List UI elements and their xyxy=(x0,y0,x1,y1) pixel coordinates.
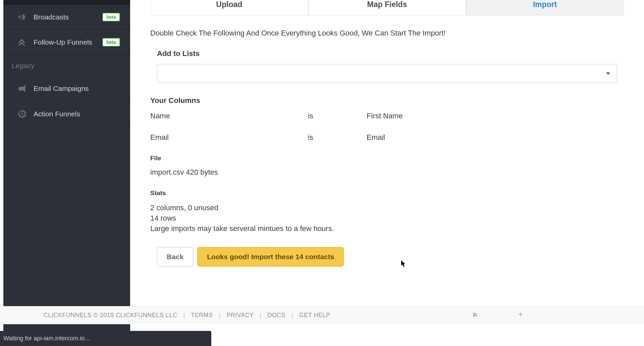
rss-icon[interactable] xyxy=(472,312,478,319)
sidebar: Broadcasts beta Follow-Up Funnels beta L… xyxy=(3,0,130,346)
footer-privacy-link[interactable]: PRIVACY xyxy=(226,312,254,319)
stats-note: Large imports may take serveral mintues … xyxy=(150,224,624,234)
sidebar-item-label: Action Funnels xyxy=(34,110,123,118)
footer-brand: CLICKFUNNELS © 2019 CLICKFUNNELS LLC xyxy=(44,312,177,319)
mapping-is: is xyxy=(308,112,367,120)
mapping-is: is xyxy=(308,133,367,142)
mapping-target: Email xyxy=(367,133,624,142)
mapping-source: Email xyxy=(150,133,308,142)
action-buttons: Back Looks good! Import these 14 contact… xyxy=(157,247,624,267)
import-button[interactable]: Looks good! Import these 14 contacts xyxy=(197,247,344,267)
footer-separator: | xyxy=(260,312,261,319)
main-content: Upload Map Fields Import Double Check Th… xyxy=(130,0,644,346)
sidebar-item-action-funnels[interactable]: Action Funnels xyxy=(3,102,130,127)
chevron-down-icon xyxy=(606,72,610,75)
footer-separator: | xyxy=(291,312,293,319)
footer-docs-link[interactable]: DOCS xyxy=(267,312,285,319)
footer-separator: | xyxy=(183,312,185,319)
beta-badge: beta xyxy=(102,38,120,47)
file-heading: File xyxy=(150,155,624,162)
double-chevron-up-icon xyxy=(10,37,34,47)
browser-status-bar: Waiting for api-iam.intercom.io... xyxy=(0,331,211,346)
stats-rows: 14 rows xyxy=(150,213,624,224)
your-columns-heading: Your Columns xyxy=(150,96,624,105)
sidebar-divider xyxy=(3,0,130,5)
bullhorn-icon xyxy=(10,83,34,94)
tab-map-fields[interactable]: Map Fields xyxy=(308,0,466,15)
sidebar-section-legacy: Legacy xyxy=(3,55,130,76)
stats-columns: 2 columns, 0 unused xyxy=(150,203,624,213)
footer-separator: | xyxy=(219,312,221,319)
column-mapping-row: Email is Email xyxy=(150,133,624,142)
footer-help-link[interactable]: GET HELP xyxy=(299,312,330,319)
column-mapping-row: Name is First Name xyxy=(150,112,624,120)
tab-upload[interactable]: Upload xyxy=(150,0,308,15)
import-tabs: Upload Map Fields Import xyxy=(150,0,624,15)
intro-text: Double Check The Following And Once Ever… xyxy=(150,29,624,38)
sidebar-item-label: Follow-Up Funnels xyxy=(34,38,102,46)
sidebar-item-email-campaigns[interactable]: Email Campaigns xyxy=(3,76,130,102)
mapping-source: Name xyxy=(150,112,308,120)
file-info: import.csv 420 bytes xyxy=(150,168,624,177)
beta-badge: beta xyxy=(102,13,120,21)
mapping-target: First Name xyxy=(367,112,624,120)
tab-import[interactable]: Import xyxy=(466,0,624,15)
megaphone-icon xyxy=(10,12,34,22)
back-button[interactable]: Back xyxy=(157,247,193,267)
add-to-lists-label: Add to Lists xyxy=(157,49,624,58)
sidebar-item-broadcasts[interactable]: Broadcasts beta xyxy=(3,5,130,30)
sidebar-item-label: Email Campaigns xyxy=(34,84,123,93)
sidebar-item-followup-funnels[interactable]: Follow-Up Funnels beta xyxy=(3,30,130,55)
sidebar-item-label: Broadcasts xyxy=(34,13,102,21)
history-icon xyxy=(10,109,34,119)
footer: CLICKFUNNELS © 2019 CLICKFUNNELS LLC | T… xyxy=(0,306,644,324)
add-to-lists-select[interactable] xyxy=(157,64,617,83)
footer-terms-link[interactable]: TERMS xyxy=(191,312,213,319)
plus-icon[interactable] xyxy=(518,312,523,319)
stats-heading: Stats xyxy=(150,189,624,197)
